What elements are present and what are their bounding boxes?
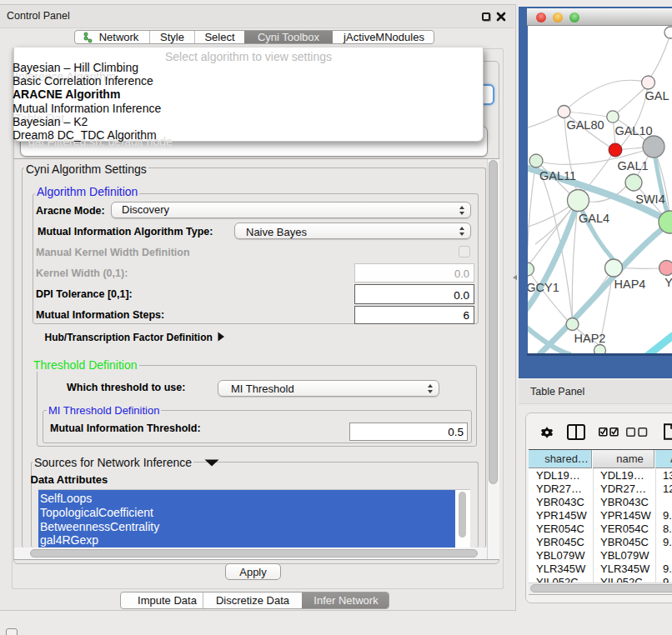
svg-text:GAL11: GAL11: [539, 169, 576, 182]
svg-text:Y: Y: [664, 276, 672, 289]
svg-text:GAL4: GAL4: [579, 212, 609, 225]
svg-text:HAP2: HAP2: [574, 332, 606, 345]
svg-text:SWI4: SWI4: [635, 192, 664, 206]
svg-text:GAL80: GAL80: [566, 118, 604, 132]
svg-text:GAL1: GAL1: [617, 159, 648, 172]
svg-text:GAL10: GAL10: [614, 124, 652, 138]
svg-text:HAP4: HAP4: [614, 278, 646, 291]
svg-text:GAL: GAL: [644, 89, 669, 102]
svg-text:GCY1: GCY1: [528, 281, 559, 294]
